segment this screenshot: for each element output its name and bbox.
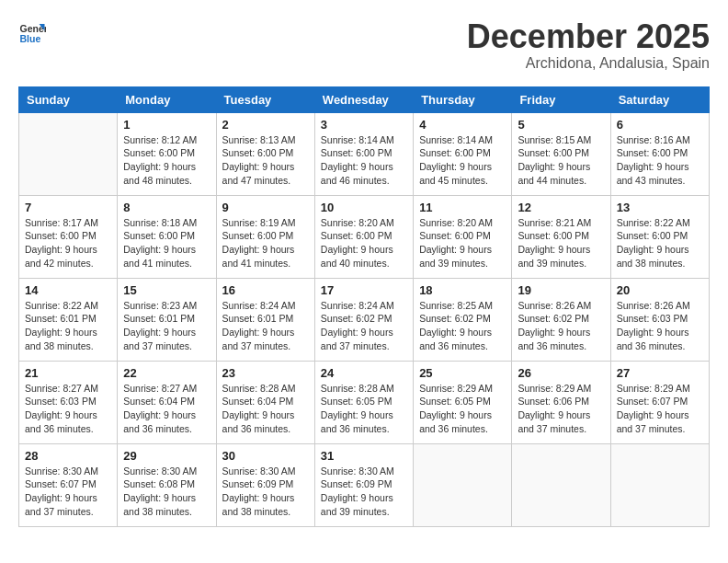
day-info: Sunrise: 8:24 AM Sunset: 6:02 PM Dayligh… (321, 299, 407, 353)
calendar-cell: 10Sunrise: 8:20 AM Sunset: 6:00 PM Dayli… (314, 195, 413, 278)
week-row-2: 14Sunrise: 8:22 AM Sunset: 6:01 PM Dayli… (19, 278, 710, 361)
day-number: 22 (123, 366, 210, 380)
calendar-cell: 24Sunrise: 8:28 AM Sunset: 6:05 PM Dayli… (314, 361, 413, 443)
calendar-cell: 28Sunrise: 8:30 AM Sunset: 6:07 PM Dayli… (19, 443, 118, 526)
week-row-4: 28Sunrise: 8:30 AM Sunset: 6:07 PM Dayli… (19, 443, 710, 526)
calendar-cell: 9Sunrise: 8:19 AM Sunset: 6:00 PM Daylig… (216, 195, 314, 278)
day-info: Sunrise: 8:15 AM Sunset: 6:00 PM Dayligh… (518, 133, 604, 188)
calendar-cell: 4Sunrise: 8:14 AM Sunset: 6:00 PM Daylig… (414, 112, 512, 195)
calendar-cell: 6Sunrise: 8:16 AM Sunset: 6:00 PM Daylig… (610, 112, 709, 195)
day-info: Sunrise: 8:14 AM Sunset: 6:00 PM Dayligh… (321, 133, 407, 188)
day-number: 3 (321, 118, 407, 132)
title-area: December 2025 Archidona, Andalusia, Spai… (467, 18, 710, 72)
calendar-cell: 13Sunrise: 8:22 AM Sunset: 6:00 PM Dayli… (610, 195, 709, 278)
day-number: 15 (123, 283, 210, 297)
header: General Blue December 2025 Archidona, An… (18, 18, 710, 72)
calendar-cell: 31Sunrise: 8:30 AM Sunset: 6:09 PM Dayli… (314, 443, 413, 526)
day-info: Sunrise: 8:14 AM Sunset: 6:00 PM Dayligh… (419, 133, 506, 188)
calendar-cell (610, 443, 709, 526)
logo: General Blue (18, 18, 46, 46)
day-number: 4 (419, 118, 506, 132)
calendar-cell: 25Sunrise: 8:29 AM Sunset: 6:05 PM Dayli… (414, 361, 512, 443)
day-number: 23 (222, 366, 309, 380)
calendar-cell: 12Sunrise: 8:21 AM Sunset: 6:00 PM Dayli… (512, 195, 610, 278)
day-number: 6 (617, 118, 703, 132)
calendar-cell: 3Sunrise: 8:14 AM Sunset: 6:00 PM Daylig… (314, 112, 413, 195)
day-header-wednesday: Wednesday (314, 86, 413, 112)
day-number: 29 (123, 449, 210, 463)
calendar-cell: 1Sunrise: 8:12 AM Sunset: 6:00 PM Daylig… (118, 112, 216, 195)
day-number: 11 (419, 201, 506, 214)
day-info: Sunrise: 8:13 AM Sunset: 6:00 PM Dayligh… (222, 133, 309, 188)
day-number: 24 (321, 366, 407, 380)
calendar-cell: 17Sunrise: 8:24 AM Sunset: 6:02 PM Dayli… (314, 278, 413, 361)
day-number: 21 (25, 366, 111, 380)
calendar-cell (414, 443, 512, 526)
calendar-cell: 7Sunrise: 8:17 AM Sunset: 6:00 PM Daylig… (19, 195, 118, 278)
day-number: 2 (222, 118, 309, 132)
day-info: Sunrise: 8:30 AM Sunset: 6:09 PM Dayligh… (222, 465, 309, 519)
calendar-cell: 14Sunrise: 8:22 AM Sunset: 6:01 PM Dayli… (19, 278, 118, 361)
calendar-cell: 15Sunrise: 8:23 AM Sunset: 6:01 PM Dayli… (118, 278, 216, 361)
day-header-monday: Monday (118, 86, 216, 112)
calendar-cell: 20Sunrise: 8:26 AM Sunset: 6:03 PM Dayli… (610, 278, 709, 361)
day-number: 27 (617, 366, 703, 380)
day-number: 7 (25, 201, 111, 214)
calendar-cell: 26Sunrise: 8:29 AM Sunset: 6:06 PM Dayli… (512, 361, 610, 443)
day-number: 28 (25, 449, 111, 463)
calendar-cell: 23Sunrise: 8:28 AM Sunset: 6:04 PM Dayli… (216, 361, 314, 443)
day-header-saturday: Saturday (610, 86, 709, 112)
day-info: Sunrise: 8:20 AM Sunset: 6:00 PM Dayligh… (419, 216, 506, 270)
calendar-cell (19, 112, 118, 195)
calendar-cell (512, 443, 610, 526)
day-info: Sunrise: 8:28 AM Sunset: 6:05 PM Dayligh… (321, 382, 407, 436)
day-number: 31 (321, 449, 407, 463)
day-info: Sunrise: 8:16 AM Sunset: 6:00 PM Dayligh… (617, 133, 703, 188)
svg-text:Blue: Blue (20, 33, 41, 44)
calendar-cell: 5Sunrise: 8:15 AM Sunset: 6:00 PM Daylig… (512, 112, 610, 195)
calendar-cell: 2Sunrise: 8:13 AM Sunset: 6:00 PM Daylig… (216, 112, 314, 195)
day-number: 5 (518, 118, 604, 132)
day-info: Sunrise: 8:24 AM Sunset: 6:01 PM Dayligh… (222, 299, 309, 353)
day-info: Sunrise: 8:25 AM Sunset: 6:02 PM Dayligh… (419, 299, 506, 353)
day-info: Sunrise: 8:26 AM Sunset: 6:03 PM Dayligh… (617, 299, 703, 353)
day-number: 17 (321, 283, 407, 297)
day-info: Sunrise: 8:26 AM Sunset: 6:02 PM Dayligh… (518, 299, 604, 353)
week-row-0: 1Sunrise: 8:12 AM Sunset: 6:00 PM Daylig… (19, 112, 710, 195)
day-number: 1 (123, 118, 210, 132)
month-title: December 2025 (467, 18, 710, 55)
day-info: Sunrise: 8:30 AM Sunset: 6:07 PM Dayligh… (25, 465, 111, 519)
day-header-friday: Friday (512, 86, 610, 112)
day-info: Sunrise: 8:19 AM Sunset: 6:00 PM Dayligh… (222, 216, 309, 270)
day-info: Sunrise: 8:29 AM Sunset: 6:07 PM Dayligh… (617, 382, 703, 436)
day-header-tuesday: Tuesday (216, 86, 314, 112)
day-number: 25 (419, 366, 506, 380)
calendar-cell: 29Sunrise: 8:30 AM Sunset: 6:08 PM Dayli… (118, 443, 216, 526)
day-info: Sunrise: 8:18 AM Sunset: 6:00 PM Dayligh… (123, 216, 210, 270)
day-info: Sunrise: 8:27 AM Sunset: 6:04 PM Dayligh… (123, 382, 210, 436)
day-info: Sunrise: 8:30 AM Sunset: 6:09 PM Dayligh… (321, 465, 407, 519)
day-info: Sunrise: 8:28 AM Sunset: 6:04 PM Dayligh… (222, 382, 309, 436)
day-info: Sunrise: 8:17 AM Sunset: 6:00 PM Dayligh… (25, 216, 111, 270)
calendar-cell: 16Sunrise: 8:24 AM Sunset: 6:01 PM Dayli… (216, 278, 314, 361)
day-header-sunday: Sunday (19, 86, 118, 112)
day-number: 8 (123, 201, 210, 214)
calendar-cell: 27Sunrise: 8:29 AM Sunset: 6:07 PM Dayli… (610, 361, 709, 443)
day-info: Sunrise: 8:12 AM Sunset: 6:00 PM Dayligh… (123, 133, 210, 188)
day-info: Sunrise: 8:21 AM Sunset: 6:00 PM Dayligh… (518, 216, 604, 270)
day-header-thursday: Thursday (414, 86, 512, 112)
day-number: 26 (518, 366, 604, 380)
day-info: Sunrise: 8:20 AM Sunset: 6:00 PM Dayligh… (321, 216, 407, 270)
day-number: 9 (222, 201, 309, 214)
calendar-cell: 21Sunrise: 8:27 AM Sunset: 6:03 PM Dayli… (19, 361, 118, 443)
calendar-table: SundayMondayTuesdayWednesdayThursdayFrid… (18, 86, 710, 527)
day-info: Sunrise: 8:23 AM Sunset: 6:01 PM Dayligh… (123, 299, 210, 353)
week-row-3: 21Sunrise: 8:27 AM Sunset: 6:03 PM Dayli… (19, 361, 710, 443)
day-info: Sunrise: 8:27 AM Sunset: 6:03 PM Dayligh… (25, 382, 111, 436)
day-number: 12 (518, 201, 604, 214)
day-number: 30 (222, 449, 309, 463)
calendar-cell: 11Sunrise: 8:20 AM Sunset: 6:00 PM Dayli… (414, 195, 512, 278)
calendar-cell: 18Sunrise: 8:25 AM Sunset: 6:02 PM Dayli… (414, 278, 512, 361)
day-info: Sunrise: 8:30 AM Sunset: 6:08 PM Dayligh… (123, 465, 210, 519)
calendar-cell: 8Sunrise: 8:18 AM Sunset: 6:00 PM Daylig… (118, 195, 216, 278)
